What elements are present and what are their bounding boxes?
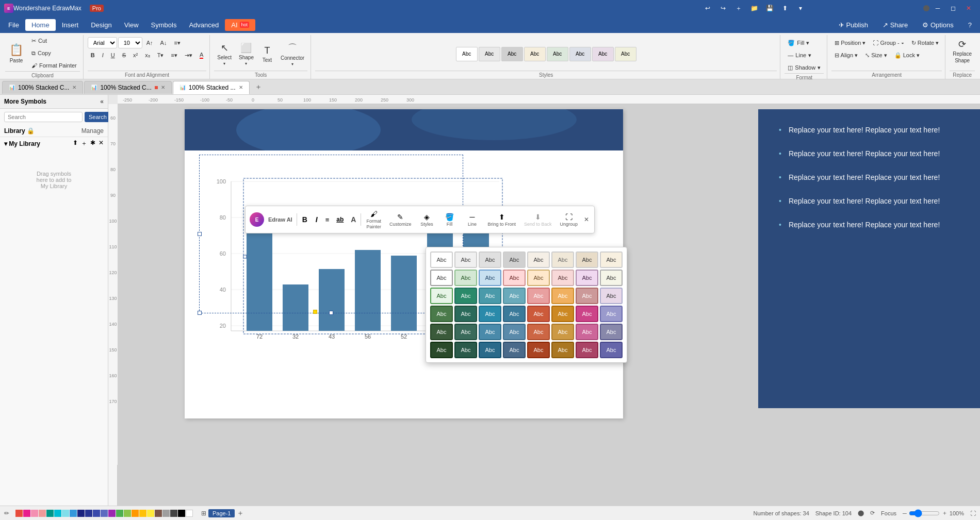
align-arrange-btn[interactable]: ⊟ Align ▾: [831, 49, 861, 61]
style-thumb-1[interactable]: Abc: [456, 47, 478, 61]
style-cell-r1c0[interactable]: Abc: [430, 270, 453, 286]
swatch-pink[interactable]: [23, 510, 30, 517]
style-cell-r5c1[interactable]: Abc: [454, 342, 477, 358]
style-cell-r3c7[interactable]: Abc: [600, 306, 623, 322]
strikethrough-btn[interactable]: S: [119, 49, 129, 61]
connector-btn[interactable]: ⌒ Connector ▾: [277, 40, 307, 68]
swatch-red[interactable]: [15, 510, 23, 517]
my-lib-add-btn[interactable]: ＋: [81, 139, 87, 148]
float-bold-btn[interactable]: B: [299, 214, 311, 225]
format-painter-btn[interactable]: 🖌 Format Painter: [28, 60, 80, 71]
bold-btn[interactable]: B: [88, 49, 98, 61]
style-cell-r5c4[interactable]: Abc: [527, 342, 550, 358]
style-thumb-5[interactable]: Abc: [547, 47, 568, 61]
style-cell-r4c1[interactable]: Abc: [454, 324, 477, 340]
style-thumb-6[interactable]: Abc: [569, 47, 591, 61]
style-cell-r0c1[interactable]: Abc: [454, 251, 477, 268]
select-btn[interactable]: ↖ Select ▾: [214, 40, 235, 68]
style-cell-r1c3[interactable]: Abc: [503, 270, 526, 286]
replace-shape-btn[interactable]: ⟳ Replace Shape: [950, 37, 975, 65]
my-lib-collapse-btn[interactable]: ⬆: [73, 139, 78, 148]
swatch-white[interactable]: [186, 510, 193, 517]
search-input[interactable]: [4, 112, 83, 122]
font-size-down[interactable]: A↓: [157, 37, 170, 48]
swatch-purple[interactable]: [108, 510, 116, 517]
rotate-btn[interactable]: ↻ Rotate ▾: [908, 37, 942, 48]
style-cell-r1c6[interactable]: Abc: [576, 270, 598, 286]
style-cell-r4c6[interactable]: Abc: [576, 324, 598, 340]
lock-btn[interactable]: 🔒 Lock ▾: [891, 49, 923, 61]
undo-btn[interactable]: ↩: [700, 1, 715, 15]
menu-view[interactable]: View: [118, 19, 145, 31]
export-btn[interactable]: ⬆: [778, 1, 792, 15]
tab-0-close[interactable]: ✕: [72, 85, 76, 90]
style-cell-r1c7[interactable]: Abc: [600, 270, 623, 286]
style-cell-r4c7[interactable]: Abc: [600, 324, 623, 340]
cut-btn[interactable]: ✂ Cut: [28, 35, 80, 46]
style-cell-r3c0[interactable]: Abc: [430, 306, 453, 322]
subscript-btn[interactable]: x₂: [142, 49, 153, 61]
menu-help[interactable]: ?: [962, 19, 978, 31]
menu-publish[interactable]: ✈ Publish: [832, 19, 874, 31]
font-size-up[interactable]: A↑: [143, 37, 156, 48]
layer-icon[interactable]: ⬤: [858, 510, 864, 516]
swatch-indigo[interactable]: [101, 510, 108, 517]
style-cell-r0c6[interactable]: Abc: [576, 251, 598, 268]
float-format-painter-btn[interactable]: 🖌 Format Painter: [363, 208, 384, 231]
style-cell-r3c6[interactable]: Abc: [576, 306, 598, 322]
swatch-cyan[interactable]: [54, 510, 61, 517]
minimize-btn[interactable]: ─: [930, 1, 945, 15]
font-color-btn[interactable]: A: [197, 49, 206, 61]
fullscreen-btn[interactable]: ⛶: [970, 510, 976, 516]
style-cell-r3c4[interactable]: Abc: [527, 306, 550, 322]
font-family-select[interactable]: Arial: [88, 37, 117, 48]
menu-insert[interactable]: Insert: [56, 19, 85, 31]
handle-left[interactable]: [198, 232, 202, 236]
style-cell-r2c7[interactable]: Abc: [600, 288, 623, 304]
focus-btn[interactable]: Focus: [881, 510, 896, 516]
float-fontcolor-btn[interactable]: A: [348, 214, 358, 225]
align-btn[interactable]: ≡▾: [171, 37, 183, 48]
swatch-green[interactable]: [116, 510, 123, 517]
style-cell-r2c4[interactable]: Abc: [527, 288, 550, 304]
handle-bl[interactable]: [198, 311, 202, 315]
float-underline-btn[interactable]: ab: [334, 215, 346, 224]
float-bring-front-btn[interactable]: ⬆ Bring to Front: [484, 211, 519, 228]
fill-btn[interactable]: 🪣 Fill ▾: [785, 37, 824, 48]
restore-btn[interactable]: ◻: [946, 1, 960, 15]
style-cell-r2c3[interactable]: Abc: [503, 288, 526, 304]
menu-design[interactable]: Design: [85, 19, 118, 31]
swatch-darkblue[interactable]: [85, 510, 92, 517]
size-btn[interactable]: ⤡ Size ▾: [862, 49, 890, 61]
style-cell-r3c2[interactable]: Abc: [479, 306, 501, 322]
redo-btn[interactable]: ↪: [716, 1, 730, 15]
style-cell-r0c7[interactable]: Abc: [600, 251, 623, 268]
tab-1-close[interactable]: ✕: [161, 85, 165, 90]
tab-2[interactable]: 📊 100% Stacked ... ✕: [173, 81, 250, 94]
float-ungroup-btn[interactable]: ⛶ Ungroup: [557, 211, 581, 228]
font-size-select[interactable]: 10: [118, 37, 142, 48]
float-align-btn[interactable]: ≡: [323, 215, 332, 225]
copy-btn[interactable]: ⧉ Copy: [28, 47, 80, 59]
style-cell-r4c2[interactable]: Abc: [479, 324, 501, 340]
group-btn[interactable]: ⛶ Group - ▾: [870, 37, 907, 48]
float-styles-btn[interactable]: ◈ Styles: [416, 211, 437, 228]
style-cell-r3c5[interactable]: Abc: [551, 306, 574, 322]
style-thumb-7[interactable]: Abc: [592, 47, 614, 61]
save-btn[interactable]: 💾: [762, 1, 777, 15]
style-cell-r5c3[interactable]: Abc: [503, 342, 526, 358]
style-thumb-8[interactable]: Abc: [615, 47, 636, 61]
zoom-out-btn[interactable]: ─: [903, 510, 907, 516]
overflow-btn[interactable]: ▾: [793, 1, 808, 15]
text-format-btn[interactable]: T▾: [154, 49, 167, 61]
open-btn[interactable]: 📁: [747, 1, 761, 15]
menu-share[interactable]: ↗ Share: [876, 19, 914, 31]
style-cell-r1c5[interactable]: Abc: [551, 270, 574, 286]
swatch-blue[interactable]: [70, 510, 77, 517]
swatch-black[interactable]: [178, 510, 185, 517]
menu-home[interactable]: Home: [25, 19, 56, 31]
style-cell-r5c5[interactable]: Abc: [551, 342, 574, 358]
style-cell-r1c4[interactable]: Abc: [527, 270, 550, 286]
float-customize-btn[interactable]: ✎ Customize: [386, 211, 415, 228]
swatch-lightpink[interactable]: [31, 510, 38, 517]
